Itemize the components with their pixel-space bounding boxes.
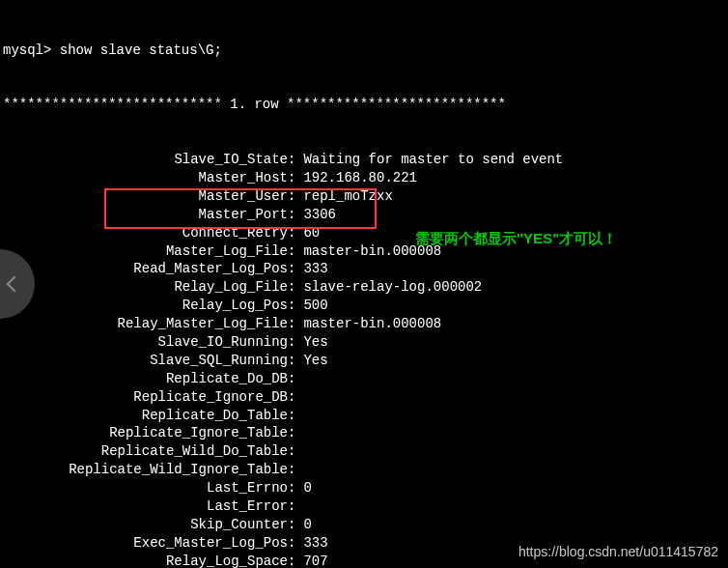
field-label: Replicate_Ignore_DB: [0, 388, 288, 407]
field-value: [295, 497, 303, 516]
colon: :: [288, 352, 295, 370]
field-label: Read_Master_Log_Pos: [0, 260, 288, 278]
field-value: 707: [295, 553, 327, 568]
row-separator: *************************** 1. row *****…: [0, 96, 728, 114]
colon: :: [288, 442, 295, 461]
colon: :: [288, 424, 295, 442]
status-row: Relay_Log_File:slave-relay-log.000002: [0, 278, 728, 297]
status-row: Master_Host:192.168.80.221: [0, 169, 728, 187]
colon: :: [288, 315, 295, 333]
colon: :: [288, 553, 295, 568]
field-label: Master_Log_File: [0, 242, 288, 261]
field-label: Slave_IO_State: [0, 151, 288, 169]
field-value: repl_moTzxx: [295, 187, 392, 206]
colon: :: [288, 388, 295, 407]
colon: :: [288, 206, 295, 224]
field-label: Connect_Retry: [0, 224, 288, 242]
colon: :: [288, 151, 295, 169]
field-label: Replicate_Do_DB: [0, 370, 288, 388]
chevron-left-icon: [7, 276, 23, 293]
colon: :: [288, 224, 295, 242]
colon: :: [288, 370, 295, 388]
status-row: Replicate_Wild_Ignore_Table:: [0, 461, 728, 479]
status-row: Last_Error:: [0, 497, 728, 516]
status-row: Skip_Counter:0: [0, 516, 728, 534]
status-row: Slave_SQL_Running:Yes: [0, 352, 728, 370]
status-row: Replicate_Ignore_Table:: [0, 424, 728, 442]
field-value: [295, 424, 303, 442]
colon: :: [288, 297, 295, 315]
field-value: Waiting for master to send event: [295, 151, 563, 169]
status-row: Master_Port:3306: [0, 206, 728, 224]
watermark-url: https://blog.csdn.net/u011415782: [518, 543, 718, 561]
field-label: Slave_SQL_Running: [0, 352, 288, 370]
field-label: Replicate_Wild_Do_Table: [0, 442, 288, 461]
field-value: [295, 370, 303, 388]
colon: :: [288, 407, 295, 425]
field-label: Slave_IO_Running: [0, 333, 288, 352]
field-label: Exec_Master_Log_Pos: [0, 534, 288, 553]
field-label: Replicate_Wild_Ignore_Table: [0, 461, 288, 479]
field-value: 3306: [295, 206, 336, 224]
colon: :: [288, 534, 295, 553]
field-value: [295, 388, 303, 407]
command-prompt: mysql> show slave status\G;: [0, 42, 728, 60]
field-value: [295, 407, 303, 425]
status-row: Relay_Log_Pos:500: [0, 297, 728, 315]
field-label: Replicate_Ignore_Table: [0, 424, 288, 442]
field-label: Replicate_Do_Table: [0, 407, 288, 425]
field-label: Last_Error: [0, 497, 288, 516]
field-value: 333: [295, 534, 327, 553]
colon: :: [288, 242, 295, 261]
field-label: Relay_Log_Space: [0, 553, 288, 568]
status-row: Replicate_Do_DB:: [0, 370, 728, 388]
status-row: Connect_Retry:60: [0, 224, 728, 242]
status-row: Slave_IO_State:Waiting for master to sen…: [0, 151, 728, 169]
colon: :: [288, 187, 295, 206]
status-row: Relay_Master_Log_File:master-bin.000008: [0, 315, 728, 333]
field-label: Skip_Counter: [0, 516, 288, 534]
field-label: Master_User: [0, 187, 288, 206]
colon: :: [288, 260, 295, 278]
colon: :: [288, 461, 295, 479]
status-row: Last_Errno:0: [0, 479, 728, 497]
field-value: Yes: [295, 352, 327, 370]
field-value: [295, 442, 303, 461]
field-label: Relay_Log_Pos: [0, 297, 288, 315]
field-label: Relay_Master_Log_File: [0, 315, 288, 333]
colon: :: [288, 278, 295, 297]
status-row: Master_User:repl_moTzxx: [0, 187, 728, 206]
field-value: slave-relay-log.000002: [295, 278, 482, 297]
colon: :: [288, 333, 295, 352]
field-label: Master_Host: [0, 169, 288, 187]
terminal-output: mysql> show slave status\G; ************…: [0, 5, 728, 568]
field-value: 333: [295, 260, 327, 278]
status-row: Replicate_Wild_Do_Table:: [0, 442, 728, 461]
field-value: 0: [295, 479, 311, 497]
colon: :: [288, 479, 295, 497]
status-row: Slave_IO_Running:Yes: [0, 333, 728, 352]
annotation-text: 需要两个都显示"YES"才可以！: [415, 229, 617, 248]
status-row: Replicate_Ignore_DB:: [0, 388, 728, 407]
colon: :: [288, 497, 295, 516]
field-label: Master_Port: [0, 206, 288, 224]
field-value: 192.168.80.221: [295, 169, 417, 187]
field-value: [295, 461, 303, 479]
colon: :: [288, 516, 295, 534]
status-row: Replicate_Do_Table:: [0, 407, 728, 425]
field-value: master-bin.000008: [295, 315, 441, 333]
field-value: 60: [295, 224, 320, 242]
colon: :: [288, 169, 295, 187]
field-label: Relay_Log_File: [0, 278, 288, 297]
field-value: Yes: [295, 333, 327, 352]
field-label: Last_Errno: [0, 479, 288, 497]
field-value: 0: [295, 516, 311, 534]
status-row: Read_Master_Log_Pos:333: [0, 260, 728, 278]
field-value: 500: [295, 297, 327, 315]
status-row: Master_Log_File:master-bin.000008: [0, 242, 728, 261]
